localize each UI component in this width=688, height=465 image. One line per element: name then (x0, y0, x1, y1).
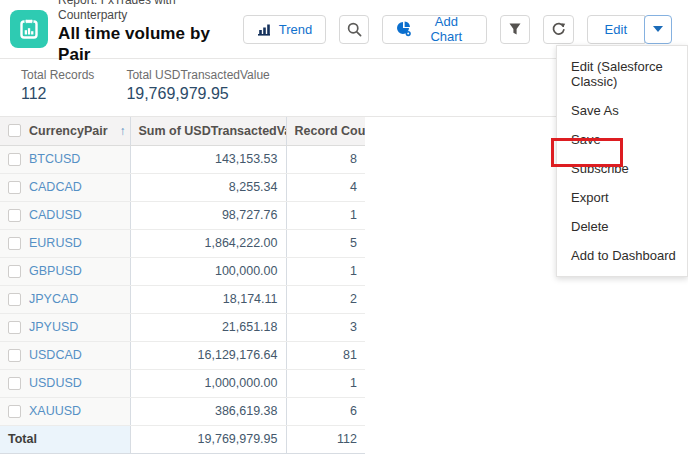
count-cell: 1 (286, 257, 365, 285)
refresh-button[interactable] (543, 15, 573, 44)
report-type-label: Report: FxTrades with Counterparty (58, 0, 243, 23)
titles: Report: FxTrades with Counterparty All t… (58, 0, 243, 65)
currency-pair-link[interactable]: CADCAD (29, 180, 82, 194)
sum-cell: 98,727.76 (130, 201, 286, 229)
sum-cell: 143,153.53 (130, 145, 286, 173)
table-row: JPYUSD 21,651.18 3 (0, 313, 365, 341)
count-cell: 4 (286, 173, 365, 201)
count-cell: 1 (286, 369, 365, 397)
total-records-value: 112 (21, 85, 94, 103)
total-usd-stat: Total USDTransactedValue 19,769,979.95 (126, 68, 269, 116)
edit-dropdown-button[interactable] (644, 15, 672, 44)
subscribe-highlight-box (551, 138, 623, 167)
menu-item-add-to-dashboard[interactable]: Add to Dashboard (557, 241, 687, 270)
menu-item-save-as[interactable]: Save As (557, 96, 687, 125)
column-header-record-count[interactable]: Record Count (286, 117, 365, 145)
edit-button-label: Edit (605, 22, 627, 37)
sum-cell: 21,651.18 (130, 313, 286, 341)
sum-cell: 8,255.34 (130, 173, 286, 201)
row-checkbox[interactable] (8, 321, 21, 334)
table-header-row: CurrencyPair ↑ Sum of USDTransactedValue… (0, 117, 365, 145)
row-checkbox[interactable] (8, 405, 21, 418)
row-checkbox[interactable] (8, 293, 21, 306)
sum-cell: 100,000.00 (130, 257, 286, 285)
filter-button[interactable] (500, 15, 530, 44)
toolbar: Trend (243, 15, 672, 44)
total-records-label: Total Records (21, 68, 94, 82)
filter-funnel-icon (508, 22, 522, 36)
currency-pair-link[interactable]: XAUUSD (29, 404, 81, 418)
sum-cell: 1,000,000.00 (130, 369, 286, 397)
count-cell: 2 (286, 285, 365, 313)
total-label: Total (0, 425, 130, 453)
table-row: GBPUSD 100,000.00 1 (0, 257, 365, 285)
table-row: BTCUSD 143,153.53 8 (0, 145, 365, 173)
title-block: Report: FxTrades with Counterparty All t… (10, 0, 243, 65)
trend-button-label: Trend (279, 22, 312, 37)
total-sum: 19,769,979.95 (130, 425, 286, 453)
row-checkbox[interactable] (8, 377, 21, 390)
column-header-currencypair[interactable]: CurrencyPair ↑ (0, 117, 130, 145)
menu-item-edit-classic[interactable]: Edit (Salesforce Classic) (557, 52, 687, 96)
row-checkbox[interactable] (8, 181, 21, 194)
count-cell: 81 (286, 341, 365, 369)
currency-pair-link[interactable]: USDUSD (29, 376, 82, 390)
refresh-icon (551, 22, 566, 37)
count-cell: 3 (286, 313, 365, 341)
currency-pair-link[interactable]: JPYUSD (29, 320, 78, 334)
count-cell: 5 (286, 229, 365, 257)
menu-item-delete[interactable]: Delete (557, 212, 687, 241)
sum-cell: 18,174.11 (130, 285, 286, 313)
row-checkbox[interactable] (8, 349, 21, 362)
sum-cell: 16,129,176.64 (130, 341, 286, 369)
column-header-sum[interactable]: Sum of USDTransactedValue (130, 117, 286, 145)
total-count: 112 (286, 425, 365, 453)
total-records-stat: Total Records 112 (21, 68, 94, 116)
row-checkbox[interactable] (8, 265, 21, 278)
report-page: Report: FxTrades with Counterparty All t… (0, 0, 688, 465)
menu-item-export[interactable]: Export (557, 183, 687, 212)
trend-bars-icon (257, 22, 272, 36)
table-row: CADUSD 98,727.76 1 (0, 201, 365, 229)
table-row: JPYCAD 18,174.11 2 (0, 285, 365, 313)
report-clipboard-icon (10, 10, 48, 48)
add-chart-button-label: Add Chart (419, 14, 473, 44)
currency-pair-link[interactable]: GBPUSD (29, 264, 82, 278)
chevron-down-icon (653, 26, 663, 32)
edit-button[interactable]: Edit (587, 15, 645, 44)
report-table: CurrencyPair ↑ Sum of USDTransactedValue… (0, 117, 365, 454)
currency-pair-link[interactable]: JPYCAD (29, 292, 78, 306)
trend-button[interactable]: Trend (243, 15, 326, 44)
row-checkbox[interactable] (8, 237, 21, 250)
currency-pair-link[interactable]: BTCUSD (29, 152, 80, 166)
sort-ascending-icon[interactable]: ↑ (120, 124, 126, 138)
total-usd-label: Total USDTransactedValue (126, 68, 269, 82)
table-row: CADCAD 8,255.34 4 (0, 173, 365, 201)
currency-pair-link[interactable]: USDCAD (29, 348, 82, 362)
search-button[interactable] (339, 15, 369, 44)
column-header-label: CurrencyPair (29, 124, 108, 138)
sum-cell: 386,619.38 (130, 397, 286, 425)
select-all-checkbox[interactable] (8, 124, 21, 137)
table-row: USDUSD 1,000,000.00 1 (0, 369, 365, 397)
row-checkbox[interactable] (8, 153, 21, 166)
total-usd-value: 19,769,979.95 (126, 85, 269, 103)
count-cell: 1 (286, 201, 365, 229)
page-title: All time volume by Pair (58, 23, 243, 66)
count-cell: 6 (286, 397, 365, 425)
currency-pair-link[interactable]: EURUSD (29, 236, 82, 250)
row-checkbox[interactable] (8, 209, 21, 222)
table-row: EURUSD 1,864,222.00 5 (0, 229, 365, 257)
pie-chart-icon (396, 21, 412, 37)
sum-cell: 1,864,222.00 (130, 229, 286, 257)
table-row: XAUUSD 386,619.38 6 (0, 397, 365, 425)
currency-pair-link[interactable]: CADUSD (29, 208, 82, 222)
table-row: USDCAD 16,129,176.64 81 (0, 341, 365, 369)
add-chart-button[interactable]: Add Chart (382, 15, 487, 44)
search-icon (347, 22, 362, 37)
total-row: Total 19,769,979.95 112 (0, 425, 365, 453)
count-cell: 8 (286, 145, 365, 173)
edit-button-group: Edit (587, 15, 672, 44)
